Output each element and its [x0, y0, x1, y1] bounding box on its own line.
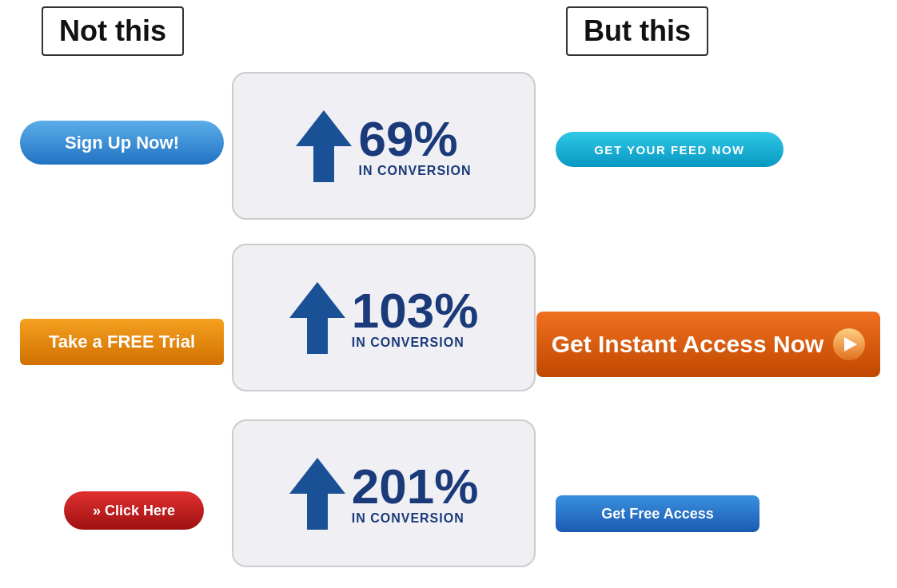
- play-icon: [833, 328, 865, 360]
- stat-box-69: 69% IN CONVERSION: [232, 72, 536, 220]
- label-not-this: Not this: [42, 6, 184, 56]
- get-free-access-button[interactable]: Get Free Access: [556, 495, 759, 532]
- get-access-label: Get Instant Access Now: [552, 331, 824, 358]
- arrow-up-icon-2: [289, 282, 345, 354]
- stat-label-1: IN CONVERSION: [358, 164, 471, 178]
- svg-marker-0: [296, 110, 352, 182]
- stat-label-3: IN CONVERSION: [352, 511, 479, 526]
- stat-box-103: 103% IN CONVERSION: [232, 244, 536, 391]
- svg-marker-1: [289, 282, 345, 354]
- stat-percent-1: 69%: [358, 114, 471, 164]
- stat-percent-2: 103%: [352, 286, 479, 336]
- stat-label-2: IN CONVERSION: [352, 336, 479, 350]
- signup-button[interactable]: Sign Up Now!: [20, 121, 224, 165]
- arrow-up-icon-3: [289, 458, 345, 530]
- svg-marker-2: [289, 458, 345, 530]
- click-here-button[interactable]: » Click Here: [64, 491, 204, 530]
- trial-button[interactable]: Take a FREE Trial: [20, 319, 224, 365]
- get-feed-button[interactable]: GET YOUR FEED NOW: [556, 132, 783, 167]
- label-but-this: But this: [566, 6, 708, 56]
- stat-box-201: 201% IN CONVERSION: [232, 419, 536, 567]
- stat-percent-3: 201%: [352, 462, 479, 511]
- play-triangle: [844, 337, 857, 352]
- get-access-button[interactable]: Get Instant Access Now: [536, 312, 880, 377]
- arrow-up-icon-1: [296, 110, 352, 182]
